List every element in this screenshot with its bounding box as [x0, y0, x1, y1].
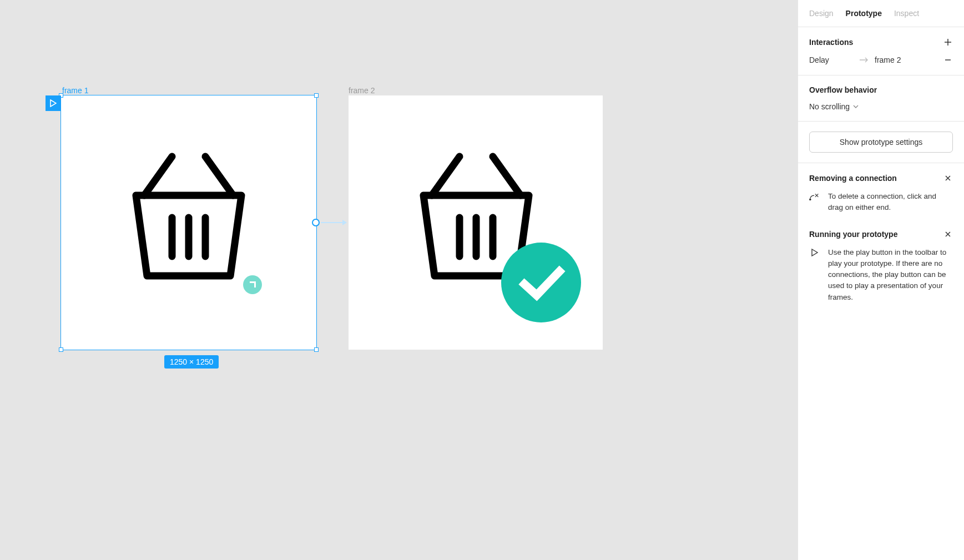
hint-removing-title: Removing a connection [809, 174, 897, 183]
overflow-value: No scrolling [809, 102, 850, 111]
close-hint-removing-button[interactable] [943, 173, 953, 183]
interaction-destination: frame 2 [875, 56, 937, 64]
checkmark-circle-icon [499, 241, 583, 324]
tab-inspect[interactable]: Inspect [894, 9, 919, 18]
play-icon [809, 247, 820, 257]
selection-handle-ne[interactable] [314, 93, 319, 98]
svg-point-7 [809, 199, 811, 201]
interactions-section: Interactions Delay frame 2 [798, 27, 964, 75]
hint-removing-body: To delete a connection, click and drag o… [828, 191, 953, 214]
hint-running-body: Use the play button in the toolbar to pl… [828, 247, 953, 303]
hint-removing-section: Removing a connection To delete a connec… [798, 163, 964, 219]
show-prototype-settings-button[interactable]: Show prototype settings [809, 132, 953, 153]
frame2[interactable] [349, 95, 603, 350]
remove-interaction-button[interactable] [943, 55, 953, 65]
selection-dimensions: 1250 × 1250 [164, 355, 219, 369]
interactions-title: Interactions [809, 38, 853, 47]
connection-arrow[interactable] [321, 222, 346, 223]
tab-design[interactable]: Design [809, 9, 834, 18]
overflow-select[interactable]: No scrolling [809, 102, 953, 111]
add-interaction-button[interactable] [943, 37, 953, 47]
chevron-down-icon [853, 105, 859, 108]
interaction-trigger: Delay [809, 56, 854, 64]
hint-running-section: Running your prototype Use the play butt… [798, 219, 964, 313]
frame2-label[interactable]: frame 2 [349, 87, 375, 94]
overflow-title: Overflow behavior [809, 85, 953, 94]
prototype-start-badge[interactable] [243, 275, 262, 294]
selection-handle-se[interactable] [314, 347, 319, 352]
svg-point-6 [501, 243, 581, 322]
frame1-label[interactable]: frame 1 [62, 87, 88, 94]
close-hint-running-button[interactable] [943, 229, 953, 239]
interaction-row[interactable]: Delay frame 2 [809, 55, 953, 65]
arrow-right-icon [859, 56, 869, 64]
connection-node[interactable] [312, 219, 320, 226]
right-panel: Design Prototype Inspect Interactions De… [798, 0, 964, 560]
overflow-section: Overflow behavior No scrolling [798, 75, 964, 122]
connection-delete-icon [809, 191, 820, 201]
prototype-start-frame-badge[interactable] [46, 95, 61, 111]
prototype-settings-section: Show prototype settings [798, 122, 964, 163]
tab-prototype[interactable]: Prototype [846, 9, 882, 18]
panel-tabs: Design Prototype Inspect [798, 0, 964, 27]
selection-handle-sw[interactable] [59, 347, 63, 352]
hint-running-title: Running your prototype [809, 230, 897, 239]
frame1[interactable] [61, 95, 316, 350]
canvas[interactable]: frame 1 1250 × 1250 frame 2 [0, 0, 798, 560]
